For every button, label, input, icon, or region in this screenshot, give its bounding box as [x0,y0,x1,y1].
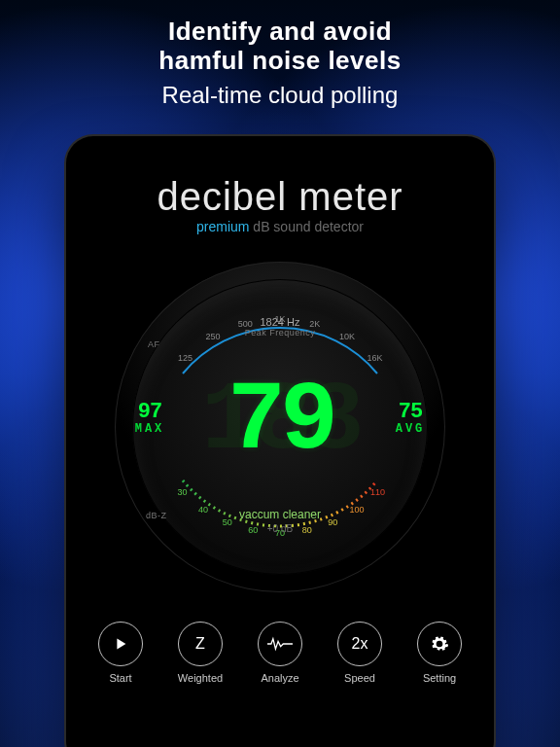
app-name: decibel meter [84,175,476,219]
promo-line: hamful noise levels [0,47,560,76]
max-readout: 97 MAX [121,400,179,436]
promo-line: Real-time cloud polling [0,82,560,109]
promo-line: Identify and avoid [0,18,560,47]
avg-label: AVG [381,422,439,436]
setting-button[interactable] [417,622,462,666]
peak-label: Peak Frequency [115,328,445,338]
weighted-button[interactable]: Z [178,622,223,666]
start-control: Start [91,622,150,684]
max-label: MAX [121,422,179,436]
peak-frequency: 1824 Hz Peak Frequency [115,316,445,338]
top-scale-label: AF [148,339,160,349]
reference-label: vaccum cleaner +0 dB [115,508,445,534]
analyze-icon [267,635,293,653]
speed-control: 2xSpeed [331,622,389,684]
analyze-button[interactable] [258,622,302,666]
db-dial: 1252505001K2K10K16K 30405060708090100110… [115,262,445,592]
gear-icon [430,634,449,654]
tablet-frame: decibel meter premium dB sound detector … [66,136,494,747]
subtitle-desc: dB sound detector [249,219,364,234]
app-title: decibel meter premium dB sound detector [84,175,476,234]
avg-readout: 75 AVG [381,400,439,436]
promo-text: Identify and avoid hamful noise levels R… [0,18,560,109]
control-label: Start [91,672,150,684]
setting-control: Setting [410,622,469,684]
control-label: Analyze [251,672,309,684]
control-label: Weighted [171,672,229,684]
avg-value: 75 [381,400,439,424]
control-label: Speed [331,672,389,684]
reference-text: vaccum cleaner [115,508,445,521]
max-value: 97 [121,400,179,424]
subtitle-premium: premium [196,219,249,234]
calibration-text: +0 dB [115,523,445,534]
weighted-control: ZWeighted [171,622,229,684]
control-bar: StartZWeightedAnalyze2xSpeedSetting [84,622,476,684]
peak-value: 1824 Hz [115,316,445,328]
play-icon [112,635,129,653]
start-button[interactable] [98,622,143,666]
speed-button[interactable]: 2x [337,622,382,666]
control-label: Setting [410,672,469,684]
analyze-control: Analyze [251,622,309,684]
